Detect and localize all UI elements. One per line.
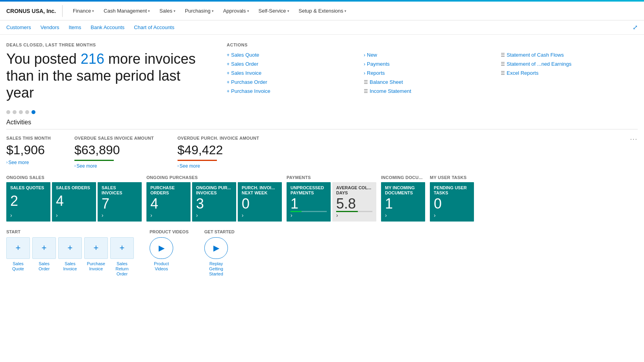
top-navbar: CRONUS USA, Inc. Finance ▾ Cash Manageme… <box>0 2 644 20</box>
subnav-bank-accounts[interactable]: Bank Accounts <box>91 24 124 30</box>
ongoing-sales-label: ONGOING SALES <box>6 175 142 180</box>
metrics-options-icon[interactable]: ··· <box>630 136 638 143</box>
card-sales-quotes[interactable]: SALES QUOTES 2 › <box>6 182 50 222</box>
start-sales-order[interactable]: + SalesOrder <box>32 237 56 277</box>
action-balance-sheet[interactable]: ☰Balance Sheet <box>364 78 501 86</box>
actions-col-3: ☰Statement of Cash Flows ☰Statement of .… <box>501 51 638 95</box>
get-started-row: ▶ ReplayGettingStarted <box>204 237 235 277</box>
carousel-dot-2[interactable] <box>13 110 17 114</box>
card-unprocessed-payments[interactable]: UNPROCESSED PAYMENTS 1 › <box>287 182 331 222</box>
carousel-dots <box>0 105 644 119</box>
card-ongoing-pur-title: ONGOING PUR... INVOICES <box>196 185 232 196</box>
card-sales-orders-value: 4 <box>56 194 92 208</box>
payments-group: PAYMENTS UNPROCESSED PAYMENTS 1 › AVERAG… <box>287 175 376 222</box>
carousel-dot-5[interactable] <box>31 110 35 114</box>
start-sales-order-btn[interactable]: + <box>32 237 56 259</box>
card-incoming-doc-value: 1 <box>385 197 421 211</box>
card-incoming-documents[interactable]: MY INCOMING DOCUMENTS 1 › <box>381 182 425 222</box>
nav-approvals[interactable]: Approvals ▾ <box>219 6 253 15</box>
product-videos-item[interactable]: ▶ ProductVideos <box>150 237 173 272</box>
metric-sales-see-more[interactable]: › See more <box>6 160 51 165</box>
hero-text: You posted 216 more invoices than in the… <box>6 50 211 102</box>
hero-right: ACTIONS +Sales Quote +Sales Order +Sales… <box>227 42 638 102</box>
card-purch-inv-next-week[interactable]: PURCH. INVOI... NEXT WEEK 0 › <box>238 182 282 222</box>
start-sales-order-label: SalesOrder <box>39 261 50 272</box>
product-videos-label: PRODUCT VIDEOS <box>150 229 189 234</box>
start-purchase-invoice-btn[interactable]: + <box>84 237 108 259</box>
main-nav: Finance ▾ Cash Management ▾ Sales ▾ Purc… <box>69 6 638 15</box>
action-excel-reports[interactable]: ☰Excel Reports <box>501 69 638 77</box>
nav-purchasing[interactable]: Purchasing ▾ <box>181 6 218 15</box>
card-unprocessed-value: 1 <box>291 197 327 211</box>
payments-cards: UNPROCESSED PAYMENTS 1 › AVERAGE COL... … <box>287 182 376 222</box>
ongoing-purchases-cards: PURCHASE ORDERS 4 › ONGOING PUR... INVOI… <box>146 182 282 222</box>
start-sales-invoice[interactable]: + SalesInvoice <box>58 237 82 277</box>
hero-text-before: You posted <box>6 51 81 67</box>
start-purchase-invoice-label: PurchaseInvoice <box>87 261 105 272</box>
card-purchase-orders-value: 4 <box>150 197 187 211</box>
card-avg-col-arrow: › <box>336 212 372 218</box>
nav-sales[interactable]: Sales ▾ <box>155 6 180 15</box>
subnav-customers[interactable]: Customers <box>6 24 31 30</box>
card-sales-orders[interactable]: SALES ORDERS 4 › <box>52 182 96 222</box>
incoming-docu-cards: MY INCOMING DOCUMENTS 1 › <box>381 182 425 222</box>
nav-cash-management[interactable]: Cash Management ▾ <box>100 6 154 15</box>
card-purch-inv-next-value: 0 <box>242 197 278 211</box>
nav-self-service-arrow: ▾ <box>287 9 289 13</box>
carousel-dot-1[interactable] <box>6 110 10 114</box>
action-payments[interactable]: ›Payments <box>364 60 501 68</box>
incoming-docu-label: INCOMING DOCU... <box>381 175 425 180</box>
nav-finance[interactable]: Finance ▾ <box>69 6 98 15</box>
card-avg-col-value: 5.8 <box>336 197 372 211</box>
action-income-statement[interactable]: ☰Income Statement <box>364 87 501 95</box>
card-ongoing-pur-invoices[interactable]: ONGOING PUR... INVOICES 3 › <box>192 182 236 222</box>
card-pending-tasks-title: PENDING USER TASKS <box>434 185 470 196</box>
company-name[interactable]: CRONUS USA, Inc. <box>6 8 56 14</box>
action-new[interactable]: ›New <box>364 51 501 59</box>
payments-label: PAYMENTS <box>287 175 376 180</box>
subnav-chart-of-accounts[interactable]: Chart of Accounts <box>134 24 174 30</box>
start-sales-quote-btn[interactable]: + <box>6 237 30 259</box>
start-sales-invoice-btn[interactable]: + <box>58 237 82 259</box>
actions-grid: +Sales Quote +Sales Order +Sales Invoice… <box>227 51 638 95</box>
expand-icon[interactable]: ⤢ <box>633 24 638 31</box>
start-purchase-invoice[interactable]: + PurchaseInvoice <box>84 237 108 277</box>
start-sales-return-btn[interactable]: + <box>110 237 134 259</box>
metric-overdue-purch-label: OVERDUE PURCH. INVOICE AMOUNT <box>178 136 259 140</box>
start-section: START + SalesQuote + SalesOrder + SalesI… <box>6 229 134 277</box>
all-card-groups: ONGOING SALES SALES QUOTES 2 › SALES ORD… <box>6 175 638 222</box>
card-pending-user-tasks[interactable]: PENDING USER TASKS 0 › <box>430 182 474 222</box>
card-purchase-orders[interactable]: PURCHASE ORDERS 4 › <box>146 182 191 222</box>
action-sales-quote[interactable]: +Sales Quote <box>227 51 364 59</box>
product-videos-btn[interactable]: ▶ <box>150 237 173 259</box>
nav-setup-extensions[interactable]: Setup & Extensions ▾ <box>295 6 350 15</box>
card-purchase-orders-arrow: › <box>150 212 187 218</box>
get-started-label: GET STARTED <box>204 229 235 234</box>
carousel-dot-4[interactable] <box>25 110 29 114</box>
card-sales-quotes-arrow: › <box>10 212 46 218</box>
ongoing-purchases-group: ONGOING PURCHASES PURCHASE ORDERS 4 › ON… <box>146 175 282 222</box>
carousel-dot-3[interactable] <box>19 110 23 114</box>
action-sales-order[interactable]: +Sales Order <box>227 60 364 68</box>
action-purchase-invoice[interactable]: +Purchase Invoice <box>227 87 364 95</box>
subnav-vendors[interactable]: Vendors <box>41 24 59 30</box>
metric-overdue-sales-see-more[interactable]: › See more <box>74 163 154 169</box>
subnav-items[interactable]: Items <box>69 24 81 30</box>
card-incoming-doc-arrow: › <box>385 212 421 218</box>
card-sales-invoices[interactable]: SALES INVOICES 7 › <box>98 182 142 222</box>
start-sales-return-order[interactable]: + SalesReturnOrder <box>110 237 134 277</box>
action-cash-flows[interactable]: ☰Statement of Cash Flows <box>501 51 638 59</box>
action-sales-invoice[interactable]: +Sales Invoice <box>227 69 364 77</box>
start-sales-quote[interactable]: + SalesQuote <box>6 237 30 277</box>
action-retained-earnings[interactable]: ☰Statement of ...ned Earnings <box>501 60 638 68</box>
action-reports[interactable]: ›Reports <box>364 69 501 77</box>
hero-left: DEALS CLOSED, LAST THREE MONTHS You post… <box>6 42 211 102</box>
replay-getting-started-item[interactable]: ▶ ReplayGettingStarted <box>204 237 228 277</box>
nav-self-service[interactable]: Self-Service ▾ <box>255 6 293 15</box>
card-sales-orders-title: SALES ORDERS <box>56 185 92 190</box>
metric-overdue-purch-see-more[interactable]: › See more <box>178 163 259 169</box>
user-tasks-group: MY USER TASKS PENDING USER TASKS 0 › <box>430 175 474 222</box>
action-purchase-order[interactable]: +Purchase Order <box>227 78 364 86</box>
replay-getting-started-btn[interactable]: ▶ <box>204 237 228 259</box>
card-avg-col-days[interactable]: AVERAGE COL... DAYS 5.8 › <box>332 182 376 222</box>
